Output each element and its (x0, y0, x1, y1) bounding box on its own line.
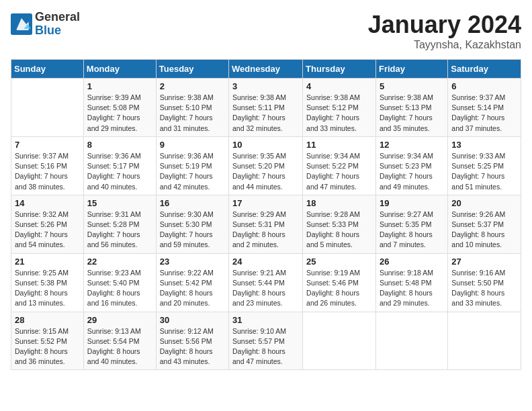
day-cell: 18Sunrise: 9:28 AMSunset: 5:33 PMDayligh… (303, 195, 376, 253)
page-header: General Blue January 2024 Tayynsha, Kaza… (11, 11, 521, 51)
day-number: 20 (451, 198, 517, 208)
day-info: Sunrise: 9:16 AMSunset: 5:50 PMDaylight:… (451, 268, 517, 309)
day-cell (11, 79, 84, 137)
logo-icon (11, 13, 32, 35)
day-cell: 1Sunrise: 9:39 AMSunset: 5:08 PMDaylight… (83, 79, 156, 137)
day-cell: 19Sunrise: 9:27 AMSunset: 5:35 PMDayligh… (375, 195, 447, 253)
week-row-3: 14Sunrise: 9:32 AMSunset: 5:26 PMDayligh… (11, 195, 521, 253)
day-info: Sunrise: 9:22 AMSunset: 5:42 PMDaylight:… (160, 268, 225, 309)
day-info: Sunrise: 9:15 AMSunset: 5:52 PMDaylight:… (15, 326, 80, 367)
day-number: 12 (380, 140, 444, 150)
day-cell: 5Sunrise: 9:38 AMSunset: 5:13 PMDaylight… (375, 79, 447, 137)
day-number: 2 (160, 81, 225, 91)
day-number: 5 (380, 81, 444, 91)
day-number: 1 (87, 81, 152, 91)
day-number: 14 (15, 198, 80, 208)
day-number: 31 (232, 315, 299, 325)
header-cell-monday: Monday (83, 60, 156, 79)
week-row-2: 7Sunrise: 9:37 AMSunset: 5:16 PMDaylight… (11, 136, 521, 195)
day-number: 22 (87, 257, 152, 267)
header-cell-saturday: Saturday (448, 60, 521, 79)
calendar-title: January 2024 (368, 11, 521, 39)
logo-blue-text: Blue (35, 24, 80, 38)
header-cell-tuesday: Tuesday (156, 60, 228, 79)
day-info: Sunrise: 9:34 AMSunset: 5:22 PMDaylight:… (306, 151, 372, 192)
header-cell-thursday: Thursday (303, 60, 376, 79)
day-cell: 26Sunrise: 9:18 AMSunset: 5:48 PMDayligh… (375, 253, 447, 312)
day-cell: 13Sunrise: 9:33 AMSunset: 5:25 PMDayligh… (448, 136, 521, 195)
day-info: Sunrise: 9:37 AMSunset: 5:16 PMDaylight:… (15, 151, 80, 192)
day-number: 19 (380, 198, 444, 208)
day-info: Sunrise: 9:19 AMSunset: 5:46 PMDaylight:… (306, 268, 372, 309)
day-number: 30 (160, 315, 225, 325)
day-cell: 10Sunrise: 9:35 AMSunset: 5:20 PMDayligh… (229, 136, 303, 195)
day-info: Sunrise: 9:12 AMSunset: 5:56 PMDaylight:… (160, 326, 225, 367)
day-info: Sunrise: 9:18 AMSunset: 5:48 PMDaylight:… (380, 268, 444, 309)
calendar-subtitle: Tayynsha, Kazakhstan (368, 39, 521, 51)
day-number: 17 (232, 198, 299, 208)
day-cell: 3Sunrise: 9:38 AMSunset: 5:11 PMDaylight… (229, 79, 303, 137)
day-info: Sunrise: 9:35 AMSunset: 5:20 PMDaylight:… (232, 151, 299, 192)
day-number: 28 (15, 315, 80, 325)
day-info: Sunrise: 9:27 AMSunset: 5:35 PMDaylight:… (380, 210, 444, 250)
day-info: Sunrise: 9:38 AMSunset: 5:13 PMDaylight:… (380, 93, 444, 134)
day-cell (375, 312, 447, 370)
day-info: Sunrise: 9:13 AMSunset: 5:54 PMDaylight:… (87, 326, 152, 367)
day-cell: 21Sunrise: 9:25 AMSunset: 5:38 PMDayligh… (11, 253, 84, 312)
logo-general-text: General (35, 11, 80, 24)
day-number: 18 (306, 198, 372, 208)
day-cell: 25Sunrise: 9:19 AMSunset: 5:46 PMDayligh… (303, 253, 376, 312)
day-number: 11 (306, 140, 372, 150)
day-cell: 27Sunrise: 9:16 AMSunset: 5:50 PMDayligh… (448, 253, 521, 312)
day-number: 29 (87, 315, 152, 325)
day-info: Sunrise: 9:34 AMSunset: 5:23 PMDaylight:… (380, 151, 444, 192)
day-cell: 16Sunrise: 9:30 AMSunset: 5:30 PMDayligh… (156, 195, 228, 253)
day-info: Sunrise: 9:21 AMSunset: 5:44 PMDaylight:… (232, 268, 299, 309)
day-cell: 9Sunrise: 9:36 AMSunset: 5:19 PMDaylight… (156, 136, 228, 195)
day-cell: 30Sunrise: 9:12 AMSunset: 5:56 PMDayligh… (156, 312, 228, 370)
day-cell: 7Sunrise: 9:37 AMSunset: 5:16 PMDaylight… (11, 136, 84, 195)
header-cell-sunday: Sunday (11, 60, 84, 79)
day-cell: 23Sunrise: 9:22 AMSunset: 5:42 PMDayligh… (156, 253, 228, 312)
day-cell (448, 312, 521, 370)
day-number: 8 (87, 140, 152, 150)
day-number: 23 (160, 257, 225, 267)
day-cell: 2Sunrise: 9:38 AMSunset: 5:10 PMDaylight… (156, 79, 228, 137)
day-number: 26 (380, 257, 444, 267)
day-cell: 11Sunrise: 9:34 AMSunset: 5:22 PMDayligh… (303, 136, 376, 195)
day-number: 21 (15, 257, 80, 267)
day-cell: 20Sunrise: 9:26 AMSunset: 5:37 PMDayligh… (448, 195, 521, 253)
day-info: Sunrise: 9:32 AMSunset: 5:26 PMDaylight:… (15, 210, 80, 250)
logo: General Blue (11, 11, 80, 38)
day-cell: 8Sunrise: 9:36 AMSunset: 5:17 PMDaylight… (83, 136, 156, 195)
day-info: Sunrise: 9:28 AMSunset: 5:33 PMDaylight:… (306, 210, 372, 250)
week-row-4: 21Sunrise: 9:25 AMSunset: 5:38 PMDayligh… (11, 253, 521, 312)
day-number: 6 (451, 81, 517, 91)
day-number: 25 (306, 257, 372, 267)
header-cell-wednesday: Wednesday (229, 60, 303, 79)
day-cell: 28Sunrise: 9:15 AMSunset: 5:52 PMDayligh… (11, 312, 84, 370)
day-number: 10 (232, 140, 299, 150)
day-number: 7 (15, 140, 80, 150)
day-info: Sunrise: 9:26 AMSunset: 5:37 PMDaylight:… (451, 210, 517, 250)
day-info: Sunrise: 9:23 AMSunset: 5:40 PMDaylight:… (87, 268, 152, 309)
day-number: 4 (306, 81, 372, 91)
day-cell: 4Sunrise: 9:38 AMSunset: 5:12 PMDaylight… (303, 79, 376, 137)
day-number: 16 (160, 198, 225, 208)
day-cell: 31Sunrise: 9:10 AMSunset: 5:57 PMDayligh… (229, 312, 303, 370)
day-info: Sunrise: 9:25 AMSunset: 5:38 PMDaylight:… (15, 268, 80, 309)
day-cell: 6Sunrise: 9:37 AMSunset: 5:14 PMDaylight… (448, 79, 521, 137)
day-info: Sunrise: 9:10 AMSunset: 5:57 PMDaylight:… (232, 326, 299, 367)
day-number: 3 (232, 81, 299, 91)
day-cell: 22Sunrise: 9:23 AMSunset: 5:40 PMDayligh… (83, 253, 156, 312)
day-info: Sunrise: 9:37 AMSunset: 5:14 PMDaylight:… (451, 93, 517, 134)
day-info: Sunrise: 9:38 AMSunset: 5:12 PMDaylight:… (306, 93, 372, 134)
day-cell (303, 312, 376, 370)
day-cell: 17Sunrise: 9:29 AMSunset: 5:31 PMDayligh… (229, 195, 303, 253)
day-number: 27 (451, 257, 517, 267)
week-row-5: 28Sunrise: 9:15 AMSunset: 5:52 PMDayligh… (11, 312, 521, 370)
day-cell: 29Sunrise: 9:13 AMSunset: 5:54 PMDayligh… (83, 312, 156, 370)
header-cell-friday: Friday (375, 60, 447, 79)
day-info: Sunrise: 9:38 AMSunset: 5:10 PMDaylight:… (160, 93, 225, 134)
day-number: 24 (232, 257, 299, 267)
